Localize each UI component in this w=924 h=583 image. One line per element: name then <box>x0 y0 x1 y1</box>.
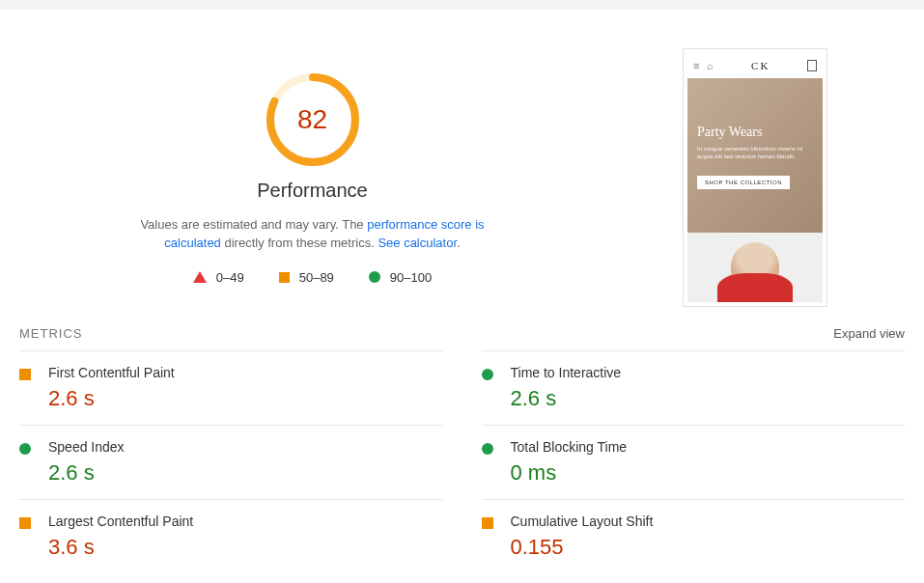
metrics-title: METRICS <box>19 326 83 341</box>
preview-logo: CK <box>721 60 799 71</box>
preview-hero-subtitle: In congue venenatis bibendum viverra mi … <box>697 146 813 161</box>
metric-body: Speed Index2.6 s <box>48 439 125 486</box>
metric-body: Largest Contentful Paint3.6 s <box>48 514 193 560</box>
summary-left: 82 Performance Values are estimated and … <box>19 48 605 307</box>
metric-row: Speed Index2.6 s <box>19 425 443 499</box>
score-legend: 0–49 50–89 90–100 <box>193 270 432 285</box>
preview-header: ≡ ⌕ CK <box>687 53 823 78</box>
metric-body: First Contentful Paint2.6 s <box>48 365 175 411</box>
desc-text-1: Values are estimated and may vary. The <box>140 217 367 232</box>
metric-value: 3.6 s <box>48 535 193 560</box>
bag-icon <box>807 60 817 71</box>
legend-avg-label: 50–89 <box>299 270 334 285</box>
circle-green-icon <box>482 369 493 380</box>
legend-good-label: 90–100 <box>390 270 432 285</box>
hamburger-icon: ≡ <box>693 60 699 71</box>
legend-poor: 0–49 <box>193 270 244 285</box>
metric-value: 0 ms <box>511 460 628 486</box>
metric-label: Speed Index <box>48 439 125 455</box>
metric-value: 2.6 s <box>48 386 175 411</box>
preview-model-image <box>687 233 823 302</box>
metric-value: 2.6 s <box>48 460 125 486</box>
square-orange-icon <box>279 272 290 283</box>
circle-green-icon <box>19 443 31 455</box>
preview-face <box>731 242 779 291</box>
summary-section: 82 Performance Values are estimated and … <box>0 10 924 326</box>
legend-good: 90–100 <box>369 270 432 285</box>
preview-red-clothing <box>717 273 793 302</box>
circle-green-icon <box>482 443 493 455</box>
square-orange-icon <box>482 517 493 529</box>
metric-label: Time to Interactive <box>511 365 622 380</box>
preview-hero-title: Party Wears <box>697 125 813 140</box>
preview-hero: Party Wears In congue venenatis bibendum… <box>687 78 823 233</box>
calculator-link[interactable]: See calculator <box>378 236 457 250</box>
metric-label: Total Blocking Time <box>511 439 628 455</box>
metric-value: 2.6 s <box>511 386 622 411</box>
legend-average: 50–89 <box>279 270 334 285</box>
score-gauge: 82 <box>265 71 361 168</box>
search-icon: ⌕ <box>707 60 714 71</box>
summary-right: ≡ ⌕ CK Party Wears In congue venenatis b… <box>605 48 905 307</box>
metrics-header: METRICS Expand view <box>0 326 924 350</box>
metric-body: Cumulative Layout Shift0.155 <box>511 514 654 560</box>
square-orange-icon <box>19 517 31 529</box>
metric-row: Largest Contentful Paint3.6 s <box>19 499 443 573</box>
square-orange-icon <box>19 369 31 380</box>
performance-title: Performance <box>257 180 368 202</box>
metric-row: Total Blocking Time0 ms <box>482 425 906 499</box>
triangle-red-icon <box>193 271 207 283</box>
metric-body: Total Blocking Time0 ms <box>511 439 628 486</box>
desc-text-3: . <box>457 236 461 250</box>
score-value: 82 <box>265 71 361 168</box>
metric-value: 0.155 <box>511 535 654 560</box>
metric-body: Time to Interactive2.6 s <box>511 365 622 411</box>
metric-row: Cumulative Layout Shift0.155 <box>482 499 906 573</box>
desc-text-2: directly from these metrics. <box>221 236 378 250</box>
performance-description: Values are estimated and may vary. The p… <box>120 215 506 253</box>
page-preview: ≡ ⌕ CK Party Wears In congue venenatis b… <box>683 48 827 307</box>
expand-view-link[interactable]: Expand view <box>833 326 905 341</box>
metric-label: Cumulative Layout Shift <box>511 514 654 529</box>
metric-row: Time to Interactive2.6 s <box>482 350 906 425</box>
preview-hero-button: SHOP THE COLLECTION <box>697 176 790 189</box>
legend-poor-label: 0–49 <box>216 270 244 285</box>
metric-row: First Contentful Paint2.6 s <box>19 350 443 425</box>
circle-green-icon <box>369 271 380 283</box>
metrics-grid: First Contentful Paint2.6 sTime to Inter… <box>0 350 924 573</box>
metric-label: First Contentful Paint <box>48 365 175 380</box>
metric-label: Largest Contentful Paint <box>48 514 193 529</box>
top-bar <box>0 0 924 10</box>
